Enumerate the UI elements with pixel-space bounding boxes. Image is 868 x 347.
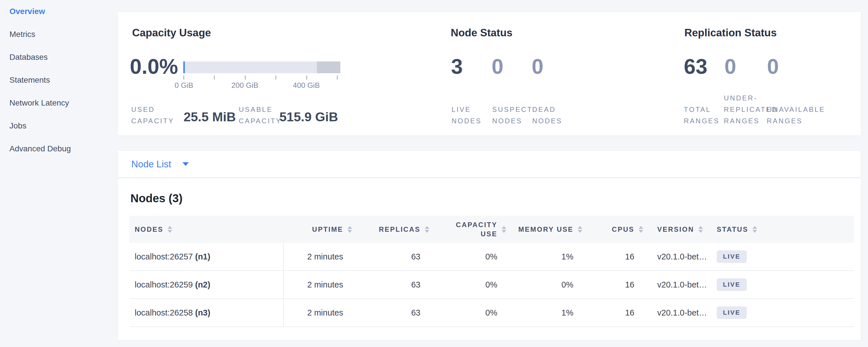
column-header-status[interactable]: STATUS: [713, 225, 854, 233]
column-header-uptime[interactable]: UPTIME: [283, 225, 353, 233]
usable-capacity-label: USABLE CAPACITY: [239, 104, 282, 127]
sidebar: Overview Metrics Databases Statements Ne…: [0, 0, 117, 347]
capacity-use-cell: 0%: [430, 252, 507, 261]
version-cell: v20.1.0-bet…: [644, 252, 713, 261]
gauge-tick: [337, 75, 338, 80]
memory-use-cell: 0%: [507, 280, 583, 289]
nodes-table-title: Nodes (3): [130, 192, 183, 205]
nodes-table-card: Nodes (3) NODES UPTIME REPLICAS CAPACITY…: [117, 178, 861, 340]
sort-icon: [638, 226, 644, 233]
node-address[interactable]: localhost:26258 (n3): [129, 308, 283, 318]
replicas-cell: 63: [353, 252, 430, 261]
usable-capacity-value: 515.9 GiB: [279, 108, 338, 126]
sidebar-item-statements[interactable]: Statements: [0, 69, 117, 92]
memory-use-cell: 1%: [507, 252, 583, 261]
node-list-dropdown-label: Node List: [131, 159, 171, 170]
sort-icon: [577, 226, 583, 233]
node-list-bar: Node List: [117, 150, 861, 177]
sidebar-item-network-latency[interactable]: Network Latency: [0, 92, 117, 115]
node-address[interactable]: localhost:26259 (n2): [129, 280, 283, 289]
column-header-memory-use[interactable]: MEMORY USE: [507, 225, 583, 233]
under-replicated-ranges-count: 0: [724, 55, 736, 79]
capacity-gauge: 0 GiB 200 GiB 400 GiB: [183, 62, 340, 99]
sidebar-item-databases[interactable]: Databases: [0, 46, 117, 69]
status-badge: LIVE: [717, 278, 747, 291]
gauge-tick: [183, 75, 184, 80]
dead-nodes-count: 0: [532, 55, 544, 79]
table-row[interactable]: localhost:26259 (n2) 2 minutes 63 0% 0% …: [129, 271, 854, 299]
version-cell: v20.1.0-bet…: [644, 280, 713, 289]
cluster-summary-card: Capacity Usage 0.0% 0 GiB 200 GiB 400 Gi…: [117, 11, 861, 136]
dead-nodes-label: DEAD NODES: [532, 104, 562, 127]
table-row[interactable]: localhost:26257 (n1) 2 minutes 63 0% 1% …: [129, 243, 854, 271]
status-cell: LIVE: [713, 306, 854, 319]
table-column-divider: [283, 243, 284, 327]
sort-icon: [167, 226, 173, 233]
total-ranges-count: 63: [684, 55, 707, 79]
cpus-cell: 16: [583, 252, 644, 261]
uptime-cell: 2 minutes: [283, 308, 353, 318]
cpus-cell: 16: [583, 280, 644, 289]
table-row[interactable]: localhost:26258 (n3) 2 minutes 63 0% 1% …: [129, 299, 854, 327]
sidebar-item-overview[interactable]: Overview: [0, 0, 117, 23]
gauge-axis-label: 0 GiB: [175, 81, 193, 90]
uptime-cell: 2 minutes: [283, 280, 353, 289]
column-header-cpus[interactable]: CPUS: [583, 225, 644, 233]
capacity-gauge-used-segment: [183, 62, 185, 73]
gauge-tick: [245, 75, 246, 80]
used-capacity-value: 25.5 MiB: [184, 108, 236, 126]
sort-icon: [347, 226, 353, 233]
gauge-axis-label: 400 GiB: [293, 81, 320, 90]
column-header-replicas[interactable]: REPLICAS: [353, 225, 430, 233]
status-cell: LIVE: [713, 250, 854, 263]
sidebar-item-jobs[interactable]: Jobs: [0, 115, 117, 137]
memory-use-cell: 1%: [507, 308, 583, 318]
node-address[interactable]: localhost:26257 (n1): [129, 252, 283, 261]
capacity-usage-title: Capacity Usage: [132, 27, 211, 39]
suspect-nodes-count: 0: [492, 55, 503, 79]
status-badge: LIVE: [717, 306, 747, 319]
chevron-down-icon: [183, 162, 189, 166]
suspect-nodes-label: SUSPECT NODES: [492, 104, 532, 127]
column-header-nodes[interactable]: NODES: [129, 225, 283, 233]
version-cell: v20.1.0-bet…: [644, 308, 713, 318]
nodes-table-header: NODES UPTIME REPLICAS CAPACITY USE MEMOR…: [129, 216, 854, 243]
node-status-title: Node Status: [451, 27, 513, 39]
node-list-dropdown[interactable]: Node List: [131, 151, 189, 178]
capacity-gauge-other-segment: [317, 62, 340, 73]
sidebar-item-advanced-debug[interactable]: Advanced Debug: [0, 137, 117, 160]
nodes-table: NODES UPTIME REPLICAS CAPACITY USE MEMOR…: [129, 216, 854, 327]
total-ranges-label: TOTAL RANGES: [684, 104, 719, 127]
uptime-cell: 2 minutes: [283, 252, 353, 261]
live-nodes-label: LIVE NODES: [452, 104, 482, 127]
replication-status-title: Replication Status: [684, 27, 777, 39]
replicas-cell: 63: [353, 308, 430, 318]
sidebar-item-metrics[interactable]: Metrics: [0, 23, 117, 46]
column-header-version[interactable]: VERSION: [644, 225, 713, 233]
capacity-use-cell: 0%: [430, 308, 507, 318]
unavailable-ranges-count: 0: [767, 55, 779, 79]
gauge-axis-label: 200 GiB: [231, 81, 258, 90]
status-badge: LIVE: [717, 250, 747, 263]
sort-icon: [698, 226, 704, 233]
capacity-percent: 0.0%: [130, 55, 178, 79]
used-capacity-label: USED CAPACITY: [131, 104, 174, 127]
sort-icon: [752, 226, 758, 233]
gauge-tick: [214, 75, 215, 80]
capacity-use-cell: 0%: [430, 280, 507, 289]
column-header-capacity-use[interactable]: CAPACITY USE: [430, 220, 507, 239]
gauge-tick: [306, 75, 307, 80]
cpus-cell: 16: [583, 308, 644, 318]
unavailable-ranges-label: UNAVAILABLE RANGES: [767, 104, 826, 127]
sort-icon: [501, 226, 507, 233]
gauge-tick: [275, 75, 276, 80]
replicas-cell: 63: [353, 280, 430, 289]
live-nodes-count: 3: [451, 55, 463, 79]
status-cell: LIVE: [713, 278, 854, 291]
sort-icon: [424, 226, 430, 233]
